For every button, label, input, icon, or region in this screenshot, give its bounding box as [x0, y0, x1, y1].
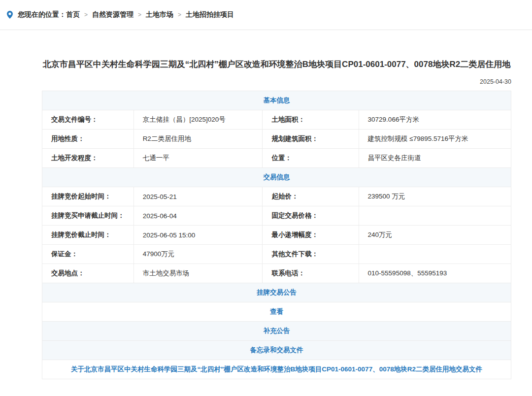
breadcrumb-item-natural-resources[interactable]: 自然资源管理	[92, 10, 133, 19]
breadcrumb-separator: >	[84, 11, 88, 18]
table-row: 保证金： 47900万元 其他文件下载：	[42, 245, 511, 264]
breadcrumb-separator: >	[138, 11, 141, 18]
field-value: 2025-06-05 15:00	[133, 226, 263, 245]
main-content: 北京市昌平区中关村生命科学园三期及“北四村”棚户区改造和环境整治B地块项目CP0…	[42, 58, 511, 379]
field-label: 保证金：	[42, 245, 134, 264]
location-pin-icon	[7, 11, 13, 19]
field-value	[359, 245, 511, 264]
table-row: 交易信息	[42, 168, 511, 187]
table-row: 交易地点： 市土地交易市场 联系电话： 010-55595098、5559519…	[42, 264, 511, 283]
field-label: 用地性质：	[42, 130, 134, 149]
field-label: 土地开发程度：	[42, 149, 134, 168]
field-value: 240万元	[359, 226, 511, 245]
document-cell: 关于北京市昌平区中关村生命科学园三期及“北四村”棚户区改造和环境整治B地块项目C…	[42, 360, 511, 379]
field-value: 47900万元	[133, 245, 263, 264]
field-label: 最小递增幅度：	[263, 226, 359, 245]
field-value: 昌平区史各庄街道	[359, 149, 511, 168]
field-label: 土地面积：	[263, 110, 359, 130]
field-label: 交易文件编号：	[42, 110, 134, 130]
field-value: 2025-06-04	[133, 206, 263, 226]
field-value	[359, 206, 511, 226]
breadcrumb-item-land-market[interactable]: 土地市场	[146, 10, 173, 19]
field-value: R2二类居住用地	[133, 130, 263, 149]
field-value: 2025-05-21	[133, 187, 263, 206]
field-label: 交易地点：	[42, 264, 134, 283]
table-row: 备忘录和交易文件	[42, 341, 511, 360]
section-header-supplementary-announcement: 补充公告	[42, 322, 511, 341]
breadcrumb-separator: >	[178, 11, 181, 18]
view-cell: 查看	[42, 302, 511, 322]
field-label: 规划建筑面积：	[263, 130, 359, 149]
table-row: 查看	[42, 302, 511, 322]
field-value: 010-55595098、55595193	[359, 264, 511, 283]
section-header-transaction-info: 交易信息	[42, 168, 511, 187]
table-row: 补充公告	[42, 322, 511, 341]
field-label: 挂牌竞价截止时间：	[42, 226, 134, 245]
breadcrumb: 您现在的位置： 首页 > 自然资源管理 > 土地市场 > 土地招拍挂项目	[0, 0, 532, 30]
section-header-basic-info: 基本信息	[42, 91, 511, 110]
table-row: 挂牌竞价起始时间： 2025-05-21 起始价： 239500 万元	[42, 187, 511, 206]
table-row: 关于北京市昌平区中关村生命科学园三期及“北四村”棚户区改造和环境整治B地块项目C…	[42, 360, 511, 379]
table-row: 挂牌竞价截止时间： 2025-06-05 15:00 最小递增幅度： 240万元	[42, 226, 511, 245]
field-label: 联系电话：	[263, 264, 359, 283]
field-value: 京土储挂（昌）[2025]020号	[133, 110, 263, 130]
field-label: 起始价：	[263, 187, 359, 206]
transaction-document-link[interactable]: 关于北京市昌平区中关村生命科学园三期及“北四村”棚户区改造和环境整治B地块项目C…	[71, 365, 482, 373]
field-value: 市土地交易市场	[133, 264, 263, 283]
section-header-memo-and-documents: 备忘录和交易文件	[42, 341, 511, 360]
field-label: 固定交易价格：	[263, 206, 359, 226]
table-row: 用地性质： R2二类居住用地 规划建筑面积： 建筑控制规模 ≤79895.571…	[42, 130, 511, 149]
field-label: 挂牌竞买申请截止时间：	[42, 206, 134, 226]
page-title: 北京市昌平区中关村生命科学园三期及“北四村”棚户区改造和环境整治B地块项目CP0…	[42, 58, 511, 71]
table-row: 挂牌交易公告	[42, 283, 511, 302]
table-row: 土地开发程度： 七通一平 位置： 昌平区史各庄街道	[42, 149, 511, 168]
land-parcel-detail-table: 基本信息 交易文件编号： 京土储挂（昌）[2025]020号 土地面积： 307…	[42, 91, 511, 379]
field-label: 其他文件下载：	[263, 245, 359, 264]
table-row: 挂牌竞买申请截止时间： 2025-06-04 固定交易价格：	[42, 206, 511, 226]
field-value: 七通一平	[133, 149, 263, 168]
field-value: 建筑控制规模 ≤79895.5716平方米	[359, 130, 511, 149]
breadcrumb-item-home[interactable]: 首页	[66, 10, 80, 19]
table-row: 基本信息	[42, 91, 511, 110]
breadcrumb-item-land-listing-projects[interactable]: 土地招拍挂项目	[186, 10, 234, 19]
field-label: 位置：	[263, 149, 359, 168]
section-header-listing-announcement: 挂牌交易公告	[42, 283, 511, 302]
table-row: 交易文件编号： 京土储挂（昌）[2025]020号 土地面积： 30729.06…	[42, 110, 511, 130]
field-value: 30729.066平方米	[359, 110, 511, 130]
breadcrumb-prefix: 您现在的位置：	[18, 10, 66, 19]
publish-date: 2025-04-30	[42, 78, 511, 85]
field-value: 239500 万元	[359, 187, 511, 206]
view-link[interactable]: 查看	[270, 308, 283, 315]
field-label: 挂牌竞价起始时间：	[42, 187, 134, 206]
